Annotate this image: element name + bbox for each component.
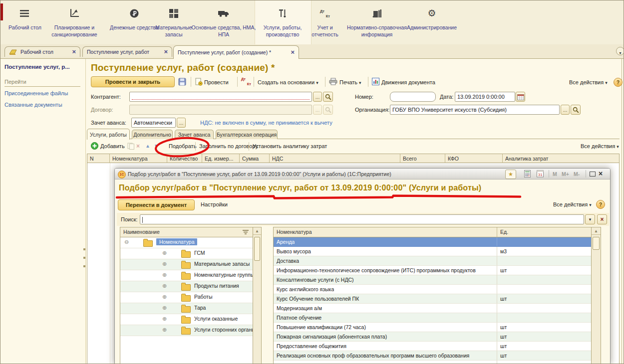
picker-all-actions-button[interactable]: Все действия ▾ xyxy=(553,201,592,207)
counterparty-search-icon[interactable] xyxy=(323,92,333,102)
list-row[interactable]: Аренда xyxy=(274,237,591,247)
grid-header-cell[interactable]: Количество xyxy=(167,154,202,164)
grid-header-cell[interactable]: Номенклатура xyxy=(110,154,167,164)
doctab-accounting-operation[interactable]: Бухгалтерская операция xyxy=(216,130,278,139)
sidebar-link-attached-files[interactable]: Присоединенные файлы xyxy=(4,90,68,96)
advance-ellipsis-button[interactable]: ... xyxy=(177,118,186,128)
scrollbar-thumb[interactable] xyxy=(593,237,600,250)
list-row[interactable]: Предоставление общежитияшт xyxy=(274,342,591,351)
search-input[interactable] xyxy=(140,214,584,224)
post-button[interactable]: Провести xyxy=(204,79,229,85)
search-clear-icon[interactable]: × xyxy=(597,214,607,224)
close-icon[interactable]: × xyxy=(599,170,603,178)
doctab-services[interactable]: Услуги, работы xyxy=(87,129,130,140)
memory-m-minus-button[interactable]: M- xyxy=(574,171,580,177)
delete-row-icon[interactable]: × xyxy=(136,143,140,150)
move-to-document-button[interactable]: Перенести в документ xyxy=(118,199,195,210)
grid-header-cell[interactable]: Аналитика затрат xyxy=(503,154,619,164)
list-row[interactable]: Пожарная сигнализация (абонентская плата… xyxy=(274,332,591,342)
memory-m-button[interactable]: M xyxy=(553,171,557,177)
organization-ellipsis-button[interactable]: ... xyxy=(561,105,570,115)
tab-receipt-new[interactable]: Поступление услуг, работ (создание) * × xyxy=(173,45,299,59)
tab-close-icon[interactable]: × xyxy=(164,49,168,54)
tab-list-button[interactable]: ▾ xyxy=(616,47,624,55)
list-row[interactable]: Курс английского языка xyxy=(274,285,591,294)
organization-search-icon[interactable] xyxy=(571,105,581,115)
grid-header-cell[interactable]: N xyxy=(87,154,110,164)
doctab-additional[interactable]: Дополнительно xyxy=(132,130,173,139)
list-scrollbar[interactable]: ▲ xyxy=(591,227,601,364)
tree-item[interactable]: ⊕ Материальные запасы xyxy=(120,259,253,270)
organization-field[interactable]: ГОБУ ВПО Университет искусств (Субсидия) xyxy=(390,105,560,115)
calendar-icon[interactable]: 31 xyxy=(537,170,544,178)
grid-header-cell[interactable]: Сумма xyxy=(240,154,270,164)
help-icon[interactable]: ? xyxy=(614,78,623,87)
expand-icon[interactable]: ⊕ xyxy=(162,261,167,267)
debit-credit-icon[interactable]: ДтКт xyxy=(241,77,251,86)
list-row[interactable]: Реализация основных проф образовательных… xyxy=(274,351,591,361)
ribbon-section-services[interactable]: Услуги, работы, производство xyxy=(255,5,310,38)
counterparty-field[interactable] xyxy=(129,92,312,102)
list-row[interactable]: Вывоз мусорам3 xyxy=(274,247,591,256)
collapse-icon[interactable]: ⊖ xyxy=(124,239,129,245)
ribbon-section-desktop[interactable]: Рабочий стол xyxy=(3,5,46,31)
list-row[interactable]: Доставка xyxy=(274,256,591,266)
calendar-icon[interactable] xyxy=(516,92,525,102)
list-row[interactable]: Информационно-технологическое сопровожде… xyxy=(274,266,591,275)
grid-all-actions-button[interactable]: Все действия ▾ xyxy=(581,143,619,149)
tab-close-icon[interactable]: × xyxy=(72,49,76,54)
tab-desktop[interactable]: Рабочий стол × xyxy=(4,46,80,57)
move-up-icon[interactable]: ▲ xyxy=(145,143,150,149)
tree-item[interactable]: ⊕ Работы xyxy=(120,292,253,303)
doctab-advance[interactable]: Зачет аванса xyxy=(175,130,214,139)
scrollbar-thumb[interactable] xyxy=(254,237,260,261)
expand-icon[interactable]: ⊕ xyxy=(162,305,167,311)
print-button[interactable]: Печать ▾ xyxy=(339,79,361,85)
list-row[interactable]: Курс Обучение пользователей ПКшт xyxy=(274,294,591,304)
settings-button[interactable]: Настройки xyxy=(201,201,228,207)
expand-icon[interactable]: ⊕ xyxy=(162,327,167,333)
scroll-up-icon[interactable]: ▲ xyxy=(253,227,261,235)
tree-item[interactable]: ⊕ Услуги сторонних организаций xyxy=(120,325,253,336)
list-row[interactable]: Платное обучение xyxy=(274,313,591,323)
grid-header-cell[interactable]: Ед. измер... xyxy=(202,154,240,164)
list-row[interactable]: Модернизация а/м xyxy=(274,304,591,313)
set-cost-analytics-button[interactable]: Установить аналитику затрат xyxy=(253,143,327,149)
number-field[interactable] xyxy=(390,92,436,102)
tab-close-icon[interactable]: × xyxy=(291,50,295,55)
dialog-title-bar[interactable]: 1С Подбор услуг/работ в "Поступление усл… xyxy=(115,169,610,180)
move-down-icon[interactable]: ▼ xyxy=(154,143,159,149)
list-row[interactable] xyxy=(274,361,591,364)
sidebar-splitter[interactable] xyxy=(85,59,86,364)
advance-field[interactable]: Автоматически xyxy=(131,118,176,128)
save-icon[interactable] xyxy=(178,78,186,86)
sidebar-link-related-documents[interactable]: Связанные документы xyxy=(4,102,62,108)
list-row[interactable]: Консалтинговые услуги (с НДС) xyxy=(274,275,591,285)
ribbon-section-planning[interactable]: Планирование и санкционирование xyxy=(43,5,105,38)
tree-item[interactable]: ⊖ Номенклатура xyxy=(120,237,253,248)
grid-header-cell[interactable]: КФО xyxy=(445,154,503,164)
search-dropdown-icon[interactable]: ▾ xyxy=(585,214,595,224)
favorites-star-icon[interactable]: ★ xyxy=(505,170,516,179)
tree-item[interactable]: ⊕ Тара xyxy=(120,303,253,314)
grid-header-cell[interactable]: НДС xyxy=(270,154,400,164)
help-icon[interactable]: ? xyxy=(596,200,605,209)
add-row-button[interactable]: Добавить xyxy=(100,143,125,149)
pick-button[interactable]: Подобрать xyxy=(169,143,196,149)
expand-icon[interactable]: ⊕ xyxy=(162,316,167,322)
tree-item[interactable]: ⊕ Услуги оказанные xyxy=(120,314,253,325)
scroll-up-icon[interactable]: ▲ xyxy=(592,227,601,235)
document-movements-button[interactable]: Движения документа xyxy=(381,79,435,85)
memory-m-plus-button[interactable]: M+ xyxy=(562,171,569,177)
expand-icon[interactable]: ⊕ xyxy=(162,283,167,289)
calculator-icon[interactable] xyxy=(524,170,531,178)
copy-row-icon[interactable] xyxy=(127,143,135,150)
ribbon-section-administration[interactable]: ⚙ Администрирование xyxy=(397,5,467,31)
counterparty-ellipsis-button[interactable]: ... xyxy=(313,92,322,102)
tab-receipt-list[interactable]: Поступление услуг, работ × xyxy=(82,46,172,57)
list-header-unit[interactable]: Ед. xyxy=(497,227,591,237)
document-all-actions-button[interactable]: Все действия ▾ xyxy=(569,79,608,85)
tree-item[interactable]: ⊕ ГСМ xyxy=(120,248,253,259)
create-on-base-button[interactable]: Создать на основании ▾ xyxy=(258,79,318,85)
list-header-name[interactable]: Номенклатура xyxy=(277,229,312,235)
